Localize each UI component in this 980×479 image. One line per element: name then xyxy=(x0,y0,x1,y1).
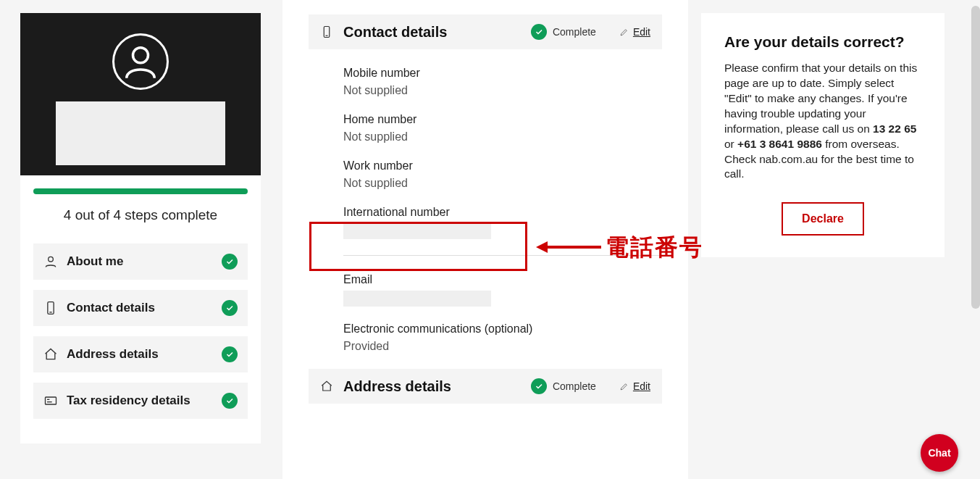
sidebar-item-contact-details[interactable]: Contact details xyxy=(33,290,248,326)
contact-details-header: Contact details Complete Edit xyxy=(309,14,662,49)
sidebar-item-label: About me xyxy=(67,254,213,269)
profile-header xyxy=(20,13,261,175)
edit-link[interactable]: Edit xyxy=(619,26,650,38)
field-email: Email xyxy=(343,273,662,307)
status-badge: Complete xyxy=(531,24,596,40)
svg-rect-4 xyxy=(46,397,56,404)
check-icon xyxy=(531,378,547,394)
progress-text: 4 out of 4 steps complete xyxy=(20,207,261,223)
sidebar-item-label: Address details xyxy=(67,347,213,362)
info-panel: Are your details correct? Please confirm… xyxy=(701,13,945,257)
sidebar-item-address-details[interactable]: Address details xyxy=(33,336,248,372)
check-icon xyxy=(531,24,547,40)
sidebar-item-label: Tax residency details xyxy=(67,393,213,408)
annotation-label: 電話番号 xyxy=(606,232,704,264)
card-icon xyxy=(43,393,58,408)
status-text: Complete xyxy=(553,26,596,38)
person-icon xyxy=(120,41,161,82)
person-icon xyxy=(43,254,58,269)
svg-point-1 xyxy=(49,257,54,262)
phone-icon xyxy=(43,301,58,315)
sidebar-item-about-me[interactable]: About me xyxy=(33,243,248,280)
declare-button[interactable]: Declare xyxy=(782,202,864,236)
pencil-icon xyxy=(619,382,629,391)
svg-point-0 xyxy=(133,48,148,63)
pencil-icon xyxy=(619,28,629,37)
status-badge: Complete xyxy=(531,378,596,394)
field-work-number: Work number Not supplied xyxy=(343,159,662,190)
field-home-number: Home number Not supplied xyxy=(343,113,662,143)
contact-fields: Mobile number Not supplied Home number N… xyxy=(282,49,688,353)
edit-link[interactable]: Edit xyxy=(619,380,650,392)
sidebar-item-tax-residency[interactable]: Tax residency details xyxy=(33,383,248,419)
check-icon xyxy=(222,346,238,362)
home-icon xyxy=(43,347,58,362)
profile-name-placeholder xyxy=(56,101,225,165)
field-mobile-number: Mobile number Not supplied xyxy=(343,67,662,97)
status-text: Complete xyxy=(553,380,596,392)
info-body: Please confirm that your details on this… xyxy=(724,61,921,182)
redacted-value xyxy=(343,223,491,239)
field-electronic-communications: Electronic communications (optional) Pro… xyxy=(343,322,662,353)
phone-icon xyxy=(320,24,333,40)
redacted-value xyxy=(343,291,491,307)
sidebar-item-label: Contact details xyxy=(67,301,213,315)
svg-marker-10 xyxy=(536,241,548,253)
sidebar: 4 out of 4 steps complete About me Conta… xyxy=(20,13,261,443)
check-icon xyxy=(222,393,238,409)
avatar xyxy=(112,33,169,90)
progress-bar xyxy=(33,188,248,194)
chat-button[interactable]: Chat xyxy=(921,434,958,472)
annotation-arrow xyxy=(536,236,601,258)
scrollbar-thumb[interactable] xyxy=(971,6,980,309)
home-icon xyxy=(320,378,333,394)
check-icon xyxy=(222,300,238,316)
address-details-header: Address details Complete Edit xyxy=(309,369,662,404)
section-title: Contact details xyxy=(343,24,521,41)
check-icon xyxy=(222,254,238,270)
section-title: Address details xyxy=(343,378,521,395)
info-title: Are your details correct? xyxy=(724,33,921,51)
